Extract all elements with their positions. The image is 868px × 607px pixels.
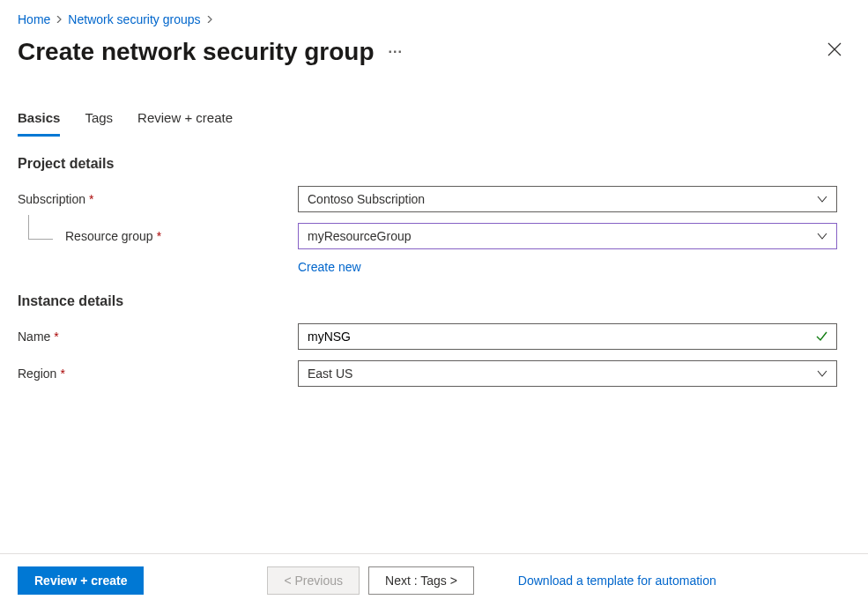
more-icon[interactable]: ··· <box>389 44 403 60</box>
breadcrumb-home[interactable]: Home <box>18 12 50 26</box>
next-button[interactable]: Next : Tags > <box>368 566 474 595</box>
section-instance-details: Instance details <box>0 274 868 318</box>
resource-group-value: myResourceGroup <box>299 226 808 247</box>
region-select[interactable]: East US <box>298 360 837 387</box>
name-input[interactable] <box>299 326 806 347</box>
section-project-details: Project details <box>0 137 868 181</box>
subscription-label: Subscription * <box>18 192 298 206</box>
tab-tags[interactable]: Tags <box>85 110 113 137</box>
name-label: Name * <box>18 329 298 344</box>
chevron-down-icon <box>808 368 836 379</box>
field-subscription: Subscription * Contoso Subscription <box>0 181 868 218</box>
resource-group-select[interactable]: myResourceGroup <box>298 223 837 249</box>
close-icon[interactable] <box>819 37 850 66</box>
tree-connector-icon <box>28 215 53 240</box>
tab-review-create[interactable]: Review + create <box>137 110 233 137</box>
required-icon: * <box>157 229 161 243</box>
breadcrumb: Home Network security groups <box>0 0 868 33</box>
breadcrumb-nsg-list[interactable]: Network security groups <box>68 12 200 26</box>
region-value: East US <box>299 363 808 384</box>
required-icon: * <box>54 329 58 344</box>
chevron-right-icon <box>56 13 63 26</box>
subscription-select[interactable]: Contoso Subscription <box>298 186 837 212</box>
footer: Review + create < Previous Next : Tags >… <box>0 553 868 607</box>
page-title-text: Create network security group <box>18 38 375 66</box>
required-icon: * <box>60 366 64 381</box>
field-region: Region * East US <box>0 355 868 392</box>
chevron-right-icon <box>206 13 213 26</box>
previous-button: < Previous <box>267 566 360 595</box>
create-new-resource-group-link[interactable]: Create new <box>298 255 361 274</box>
chevron-down-icon <box>808 231 836 241</box>
page-title: Create network security group ··· <box>18 38 403 66</box>
tab-basics[interactable]: Basics <box>18 110 60 137</box>
region-label: Region * <box>18 366 298 381</box>
subscription-value: Contoso Subscription <box>299 189 808 210</box>
resource-group-label: Resource group * <box>18 229 298 243</box>
chevron-down-icon <box>808 194 836 204</box>
name-input-wrap <box>298 323 837 350</box>
page-header: Create network security group ··· <box>0 33 868 73</box>
required-icon: * <box>89 192 93 206</box>
field-resource-group: Resource group * myResourceGroup <box>0 218 868 255</box>
review-create-button[interactable]: Review + create <box>18 566 144 595</box>
tabs: Basics Tags Review + create <box>0 73 868 137</box>
download-template-link[interactable]: Download a template for automation <box>518 574 716 588</box>
checkmark-icon <box>806 330 836 343</box>
field-name: Name * <box>0 318 868 355</box>
